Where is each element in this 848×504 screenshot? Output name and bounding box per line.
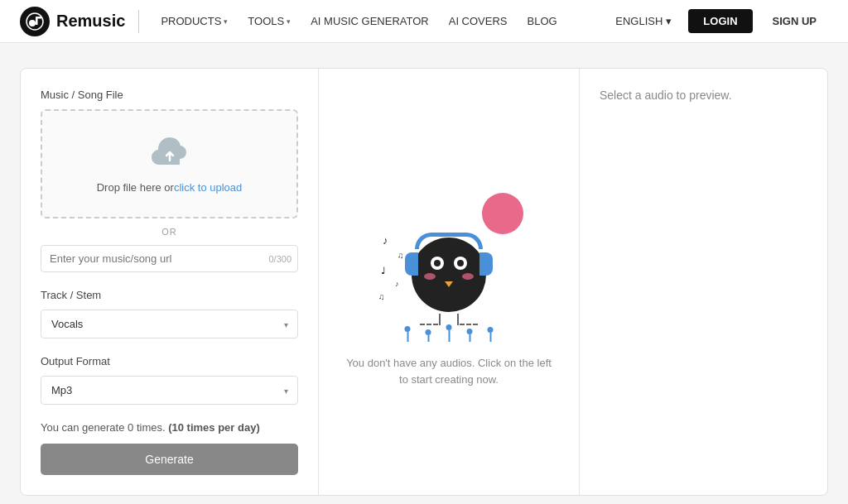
headphone-left <box>405 252 418 276</box>
bird-eyes <box>431 257 467 270</box>
upload-link[interactable]: click to upload <box>174 181 242 194</box>
or-divider: OR <box>41 227 298 237</box>
signup-button[interactable]: SIGN UP <box>761 9 828 33</box>
output-section: Output Format Mp3 WAV FLAC ▾ <box>41 355 298 405</box>
nav-blog[interactable]: BLOG <box>519 10 566 32</box>
output-format-label: Output Format <box>41 355 298 367</box>
nav-ai-covers[interactable]: AI COVERS <box>441 10 516 32</box>
bird-illustration <box>412 238 486 325</box>
nav-products[interactable]: PRODUCTS ▾ <box>152 10 236 32</box>
language-button[interactable]: ENGLISH ▾ <box>607 11 680 31</box>
track-select[interactable]: Vocals Instrumental Drums Bass <box>41 310 298 338</box>
generate-info: You can generate 0 times. (10 times per … <box>41 421 298 434</box>
nav-links: PRODUCTS ▾ TOOLS ▾ AI MUSIC GENERATOR AI… <box>152 10 607 32</box>
headphone-right <box>479 252 493 276</box>
products-caret-icon: ▾ <box>224 17 228 26</box>
upload-dropzone[interactable]: Drop file here orclick to upload <box>41 109 298 218</box>
pink-circle-decoration <box>482 193 523 234</box>
nav-right: ENGLISH ▾ LOGIN SIGN UP <box>607 9 828 33</box>
format-select[interactable]: Mp3 WAV FLAC <box>41 376 298 405</box>
generate-button[interactable]: Generate <box>41 444 298 475</box>
svg-point-1 <box>29 20 36 26</box>
bird-head <box>412 238 486 312</box>
navbar: Remusic PRODUCTS ▾ TOOLS ▾ AI MUSIC GENE… <box>0 0 848 43</box>
bird-cheeks <box>424 273 474 280</box>
bird-beak <box>445 281 453 287</box>
nav-ai-music[interactable]: AI MUSIC GENERATOR <box>302 10 437 32</box>
empty-state-text: You don't have any audios. Click on the … <box>341 355 556 387</box>
illustration-area: ♪ ♫ ♩ ♪ ♫ <box>339 89 559 475</box>
svg-rect-3 <box>36 17 41 19</box>
lang-caret-icon: ▾ <box>666 15 672 27</box>
ground-plants <box>405 324 494 342</box>
preview-placeholder-text: Select a audio to preview. <box>600 89 807 102</box>
logo-text: Remusic <box>56 12 125 31</box>
upload-text: Drop file here orclick to upload <box>97 181 243 194</box>
left-panel: Music / Song File Drop file here orclick… <box>21 69 319 495</box>
tools-caret-icon: ▾ <box>287 17 291 26</box>
format-select-wrapper: Mp3 WAV FLAC ▾ <box>41 376 298 405</box>
nav-logo[interactable]: Remusic <box>20 7 125 36</box>
page-content: Music / Song File Drop file here orclick… <box>0 43 848 504</box>
login-button[interactable]: LOGIN <box>688 9 752 33</box>
cloud-upload-icon <box>148 134 191 173</box>
generate-section: You can generate 0 times. (10 times per … <box>41 421 298 475</box>
bird-scene: ♪ ♫ ♩ ♪ ♫ <box>358 176 540 342</box>
nav-divider <box>138 10 139 33</box>
track-stem-label: Track / Stem <box>41 289 298 301</box>
url-input-wrapper: 0/300 <box>41 245 298 272</box>
headphone-band <box>415 233 483 249</box>
url-character-counter: 0/300 <box>268 254 292 264</box>
nav-tools[interactable]: TOOLS ▾ <box>239 10 299 32</box>
music-file-label: Music / Song File <box>41 89 298 101</box>
right-panel: Select a audio to preview. <box>579 69 827 495</box>
track-select-wrapper: Vocals Instrumental Drums Bass ▾ <box>41 310 298 338</box>
url-input[interactable] <box>41 245 298 272</box>
logo-icon <box>20 7 50 36</box>
main-card: Music / Song File Drop file here orclick… <box>20 68 828 496</box>
track-section: Track / Stem Vocals Instrumental Drums B… <box>41 289 298 338</box>
middle-panel: ♪ ♫ ♩ ♪ ♫ <box>319 69 579 495</box>
